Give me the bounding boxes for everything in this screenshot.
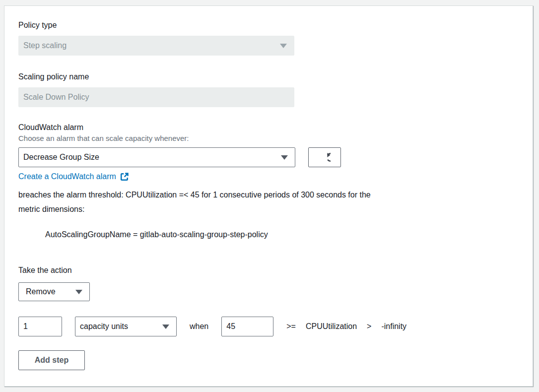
scaling-step-row: capacity units when >= CPUUtilization > … bbox=[18, 317, 519, 336]
policy-name-input[interactable] bbox=[18, 87, 294, 107]
policy-name-label: Scaling policy name bbox=[18, 71, 519, 82]
step-unit-select[interactable]: capacity units bbox=[75, 317, 177, 336]
when-label: when bbox=[190, 322, 208, 331]
action-type-value: Remove bbox=[26, 287, 56, 296]
policy-type-label: Policy type bbox=[18, 20, 519, 31]
step-amount-input[interactable] bbox=[18, 317, 62, 336]
alarm-threshold-description: breaches the alarm threshold: CPUUtiliza… bbox=[18, 188, 388, 216]
chevron-down-icon bbox=[162, 325, 169, 329]
step-scaling-policy-panel: Policy type Step scaling Scaling policy … bbox=[4, 5, 533, 387]
step-condition: >= CPUUtilization > -infinity bbox=[286, 322, 406, 331]
lower-bound: -infinity bbox=[381, 322, 406, 331]
alarm-metric-dimension: AutoScalingGroupName = gitlab-auto-scali… bbox=[45, 229, 519, 240]
alarm-select[interactable]: Decrease Group Size bbox=[18, 147, 295, 167]
upper-operator: >= bbox=[286, 322, 296, 331]
policy-type-select[interactable]: Step scaling bbox=[18, 36, 294, 56]
create-cloudwatch-alarm-link[interactable]: Create a CloudWatch alarm bbox=[18, 171, 116, 183]
policy-name-section: Scaling policy name bbox=[18, 71, 519, 107]
cloudwatch-alarm-hint: Choose an alarm that can scale capacity … bbox=[18, 133, 519, 143]
cloudwatch-alarm-label: CloudWatch alarm bbox=[18, 122, 519, 133]
chevron-down-icon bbox=[280, 44, 287, 48]
cloudwatch-alarm-section: CloudWatch alarm Choose an alarm that ca… bbox=[18, 122, 519, 240]
take-action-label: Take the action bbox=[18, 265, 519, 276]
chevron-down-icon bbox=[75, 290, 82, 294]
take-action-section: Take the action Remove capacity units wh… bbox=[18, 265, 519, 370]
alarm-select-value: Decrease Group Size bbox=[23, 153, 99, 162]
refresh-alarms-button[interactable] bbox=[308, 147, 341, 167]
add-step-button[interactable]: Add step bbox=[18, 350, 85, 370]
action-type-select[interactable]: Remove bbox=[18, 282, 90, 301]
policy-type-section: Policy type Step scaling bbox=[18, 20, 519, 56]
policy-type-value: Step scaling bbox=[23, 41, 67, 50]
refresh-icon bbox=[319, 151, 331, 163]
alarm-select-row: Decrease Group Size bbox=[18, 147, 519, 167]
create-alarm-link-row: Create a CloudWatch alarm bbox=[18, 171, 519, 183]
chevron-down-icon bbox=[281, 155, 288, 160]
metric-name: CPUUtilization bbox=[306, 322, 357, 331]
step-unit-value: capacity units bbox=[80, 322, 128, 331]
lower-operator: > bbox=[367, 322, 371, 331]
external-link-icon bbox=[120, 172, 129, 182]
step-threshold-input[interactable] bbox=[221, 317, 273, 336]
